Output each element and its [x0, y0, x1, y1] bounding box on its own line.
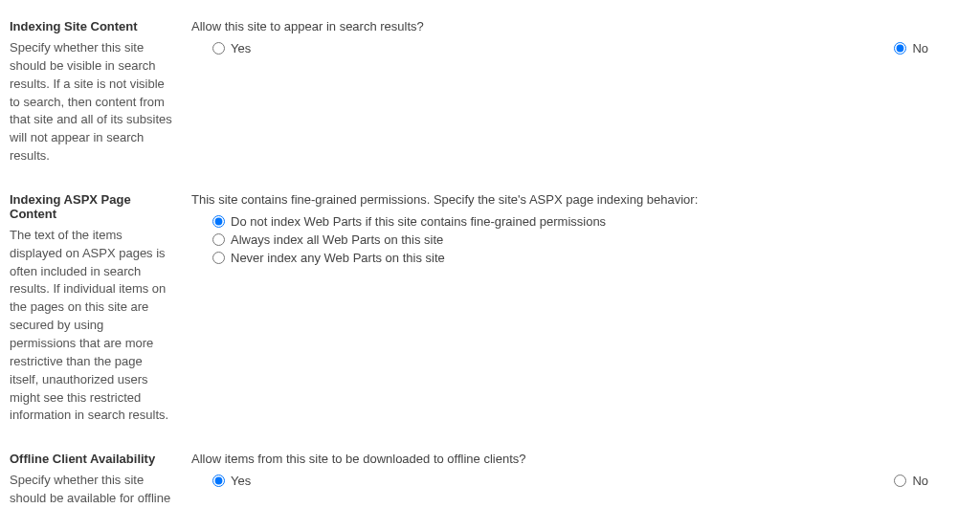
radio-indexing-no-label: No	[912, 41, 928, 55]
radio-aspx-opt1-input[interactable]	[212, 215, 225, 228]
heading-aspx: Indexing ASPX Page Content	[10, 192, 172, 221]
desc-aspx: The text of the items displayed on ASPX …	[10, 227, 172, 425]
yn-row-indexing: Yes No	[191, 41, 970, 55]
radio-offline-no-label: No	[912, 474, 928, 488]
radio-offline-no[interactable]: No	[894, 474, 928, 488]
radio-indexing-no-input[interactable]	[894, 42, 906, 55]
prompt-offline: Allow items from this site to be downloa…	[191, 452, 970, 466]
radio-aspx-opt2-input[interactable]	[212, 233, 225, 246]
section-indexing-aspx: Indexing ASPX Page Content The text of t…	[10, 192, 970, 425]
radio-aspx-opt2[interactable]: Always index all Web Parts on this site	[212, 232, 970, 247]
prompt-aspx: This site contains fine-grained permissi…	[191, 192, 970, 207]
radio-offline-no-input[interactable]	[894, 475, 906, 487]
radio-aspx-opt3-input[interactable]	[212, 252, 225, 264]
radio-indexing-yes[interactable]: Yes	[212, 41, 251, 55]
radio-aspx-opt1-label: Do not index Web Parts if this site cont…	[231, 214, 606, 229]
radio-indexing-yes-input[interactable]	[212, 42, 225, 55]
radio-offline-yes[interactable]: Yes	[212, 474, 251, 488]
radio-offline-yes-label: Yes	[231, 474, 251, 488]
section-left: Indexing Site Content Specify whether th…	[10, 19, 182, 166]
radio-aspx-opt3[interactable]: Never index any Web Parts on this site	[212, 251, 970, 265]
heading-indexing-site: Indexing Site Content	[10, 19, 172, 33]
section-right: Allow this site to appear in search resu…	[182, 19, 970, 55]
section-left-offline: Offline Client Availability Specify whet…	[10, 452, 182, 508]
desc-indexing-site: Specify whether this site should be visi…	[10, 39, 172, 166]
prompt-indexing-site: Allow this site to appear in search resu…	[191, 19, 970, 33]
section-left-aspx: Indexing ASPX Page Content The text of t…	[10, 192, 182, 425]
yn-row-offline: Yes No	[191, 474, 970, 488]
desc-offline: Specify whether this site should be avai…	[10, 472, 172, 508]
section-right-offline: Allow items from this site to be downloa…	[182, 452, 970, 488]
radio-aspx-opt2-label: Always index all Web Parts on this site	[231, 232, 443, 247]
radio-aspx-opt3-label: Never index any Web Parts on this site	[231, 251, 445, 265]
heading-offline: Offline Client Availability	[10, 452, 172, 466]
radio-indexing-no[interactable]: No	[894, 41, 928, 55]
section-indexing-site: Indexing Site Content Specify whether th…	[10, 19, 970, 166]
radio-indexing-yes-label: Yes	[231, 41, 251, 55]
radio-offline-yes-input[interactable]	[212, 475, 225, 487]
radio-aspx-opt1[interactable]: Do not index Web Parts if this site cont…	[212, 214, 970, 229]
section-offline: Offline Client Availability Specify whet…	[10, 452, 970, 508]
section-right-aspx: This site contains fine-grained permissi…	[182, 192, 970, 269]
